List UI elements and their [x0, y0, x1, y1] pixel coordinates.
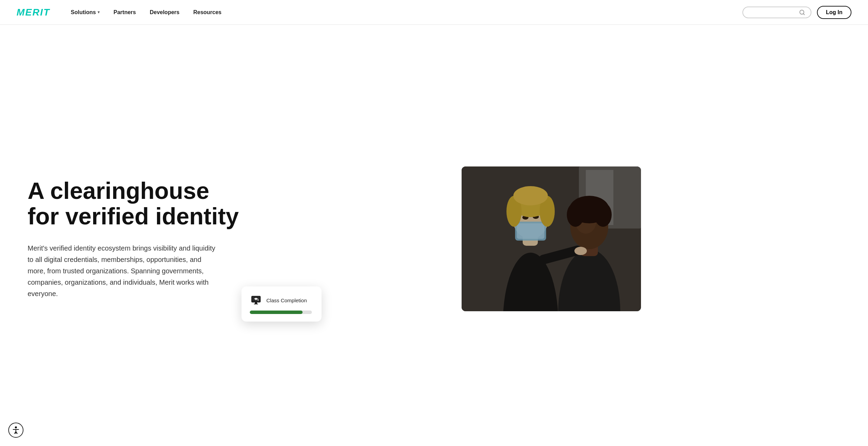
hero-left: A clearinghouse for verified identity Me… — [28, 178, 241, 300]
hero-section: A clearinghouse for verified identity Me… — [0, 25, 868, 446]
photo-art — [462, 166, 641, 311]
search-icon — [799, 9, 805, 16]
svg-rect-31 — [254, 304, 258, 304]
class-completion-card: Class Completion — [241, 286, 322, 322]
site-logo[interactable]: MERIT — [17, 7, 50, 18]
hero-title: A clearinghouse for verified identity — [28, 178, 241, 229]
hero-right: Class Completion — [262, 166, 840, 311]
chevron-down-icon: ▾ — [98, 10, 100, 14]
login-button[interactable]: Log In — [817, 6, 851, 19]
accessibility-button[interactable] — [8, 423, 23, 438]
nav-developers[interactable]: Developers — [150, 9, 179, 16]
svg-rect-33 — [256, 299, 256, 300]
svg-rect-30 — [255, 302, 257, 304]
progress-bar-background — [250, 311, 312, 314]
svg-point-36 — [15, 427, 17, 428]
svg-rect-27 — [462, 166, 641, 311]
search-box[interactable] — [742, 7, 811, 18]
accessibility-icon — [12, 426, 20, 434]
nav-resources[interactable]: Resources — [193, 9, 221, 16]
nav-solutions-label: Solutions — [71, 9, 96, 16]
svg-line-1 — [803, 13, 805, 14]
monitor-graduation-icon — [250, 294, 262, 306]
nav-links: Solutions ▾ Partners Developers Resource… — [71, 9, 742, 16]
nav-right: Log In — [742, 6, 851, 19]
hero-body: Merit's verified identity ecosystem brin… — [28, 243, 221, 300]
svg-point-35 — [258, 300, 258, 301]
nav-solutions[interactable]: Solutions ▾ — [71, 9, 100, 16]
nav-partners[interactable]: Partners — [114, 9, 136, 16]
search-input[interactable] — [749, 9, 796, 15]
hero-photo — [462, 166, 641, 311]
nav-developers-label: Developers — [150, 9, 179, 16]
nav-resources-label: Resources — [193, 9, 221, 16]
progress-bar-fill — [250, 311, 303, 314]
card-header-row: Class Completion — [250, 294, 312, 306]
card-label: Class Completion — [266, 297, 307, 303]
navbar: MERIT Solutions ▾ Partners Developers Re… — [0, 0, 868, 25]
nav-partners-label: Partners — [114, 9, 136, 16]
